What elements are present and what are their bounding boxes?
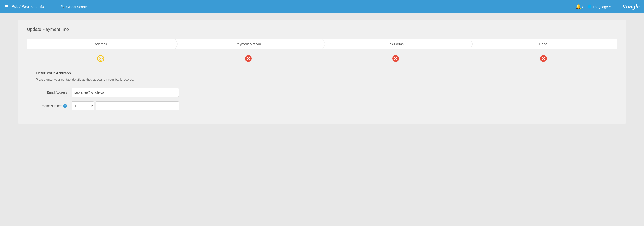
main-content: Update Payment Info Address Payment Meth… xyxy=(0,13,644,130)
step-tax-label: Tax Forms xyxy=(388,42,404,46)
notification-area[interactable]: 🔔 1 xyxy=(576,4,583,9)
wizard-step-tax-forms[interactable]: Tax Forms xyxy=(322,39,470,49)
step-icon-payment xyxy=(174,53,322,64)
payment-info-card: Update Payment Info Address Payment Meth… xyxy=(18,20,626,124)
wizard-steps: Address Payment Method Tax Forms Done xyxy=(27,39,617,49)
wizard-step-address[interactable]: Address xyxy=(27,39,175,49)
wizard-step-payment-method[interactable]: Payment Method xyxy=(175,39,322,49)
svg-point-2 xyxy=(100,58,101,59)
phone-label: Phone Number ? xyxy=(36,104,72,108)
notification-badge: 1 xyxy=(582,5,583,8)
step-icon-done xyxy=(470,53,617,64)
phone-help-icon[interactable]: ? xyxy=(63,104,67,108)
bell-icon[interactable]: 🔔 xyxy=(576,4,581,9)
form-section-title: Enter Your Address xyxy=(36,71,608,75)
header-search[interactable]: 🔍 Global Search xyxy=(60,5,88,9)
form-section-desc: Please enter your contact details as the… xyxy=(36,78,608,81)
header: ☰ Pub / Payment Info 🔍 Global Search 🔔 1… xyxy=(0,0,644,13)
step-icon-address xyxy=(27,53,174,64)
phone-input-group: + 1 + 44 + 61 + 81 + 86 xyxy=(72,101,179,110)
search-icon: 🔍 xyxy=(60,5,64,9)
form-section: Enter Your Address Please enter your con… xyxy=(27,71,617,81)
email-label: Email Address xyxy=(36,91,72,94)
language-selector[interactable]: 🌐 Language ▾ xyxy=(588,5,611,9)
vungle-logo: Vungle xyxy=(618,3,640,10)
step-icon-tax xyxy=(322,53,470,64)
search-label[interactable]: Global Search xyxy=(66,5,88,9)
header-title: Pub / Payment Info xyxy=(12,4,44,9)
wizard-step-done[interactable]: Done xyxy=(470,39,617,49)
step-icons xyxy=(27,53,617,64)
page-title: Update Payment Info xyxy=(27,27,617,32)
email-address-row: Email Address xyxy=(27,88,617,97)
language-label[interactable]: Language xyxy=(593,5,608,9)
step-payment-label: Payment Method xyxy=(236,42,261,46)
error-step-icon-done xyxy=(540,55,547,62)
globe-icon: 🌐 xyxy=(588,5,592,9)
error-step-icon-tax xyxy=(392,55,399,62)
step-done-label: Done xyxy=(539,42,547,46)
chevron-down-icon: ▾ xyxy=(609,5,611,9)
phone-country-select[interactable]: + 1 + 44 + 61 + 81 + 86 xyxy=(72,101,94,110)
active-step-icon xyxy=(97,55,104,62)
phone-number-input[interactable] xyxy=(96,101,179,110)
header-right: 🔔 1 🌐 Language ▾ Vungle xyxy=(576,3,640,10)
error-step-icon-payment xyxy=(245,55,252,62)
header-left: ☰ Pub / Payment Info 🔍 Global Search xyxy=(4,3,88,11)
header-divider xyxy=(52,3,52,11)
phone-number-row: Phone Number ? + 1 + 44 + 61 + 81 + 86 xyxy=(27,101,617,110)
step-address-label: Address xyxy=(94,42,107,46)
menu-icon[interactable]: ☰ xyxy=(4,4,8,9)
email-input[interactable] xyxy=(72,88,179,97)
